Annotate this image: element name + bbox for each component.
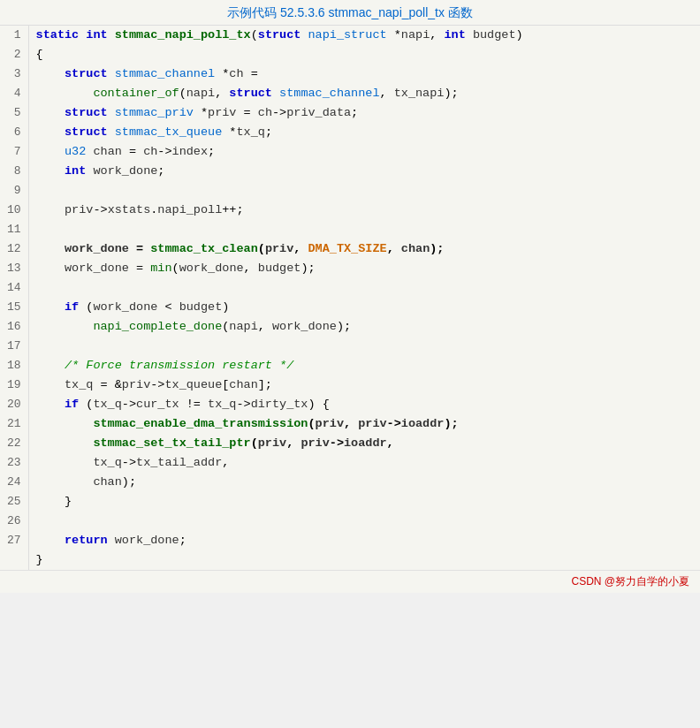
ln-16: 16 (7, 317, 21, 337)
code-line-22: stmmac_set_tx_tail_ptr(priv, priv->ioadd… (36, 434, 693, 453)
ln-23: 23 (7, 453, 21, 473)
code-line-14 (36, 278, 693, 298)
line-numbers: 1 2 3 4 5 6 7 8 9 10 11 12 13 14 15 16 1… (0, 26, 29, 570)
code-line-18: /* Force transmission restart */ (36, 356, 693, 375)
ln-14: 14 (7, 278, 21, 298)
code-line-22b: tx_q->tx_tail_addr, (36, 453, 693, 473)
code-content: static int stmmac_napi_poll_tx(struct na… (29, 26, 700, 570)
ln-2: 2 (7, 45, 21, 64)
code-line-12: work_done = stmmac_tx_clean(priv, DMA_TX… (36, 239, 693, 259)
code-line-2: { (36, 45, 693, 64)
code-line-27: } (36, 550, 693, 570)
ln-21: 21 (7, 414, 21, 434)
code-line-13: work_done = min(work_done, budget); (36, 259, 693, 278)
code-line-9 (36, 181, 693, 201)
ln-7: 7 (7, 142, 21, 162)
code-line-23: chan); (36, 473, 693, 492)
code-line-15: if (work_done < budget) (36, 298, 693, 317)
ln-8: 8 (7, 162, 21, 181)
ln-27: 27 (7, 531, 21, 550)
ln-15: 15 (7, 298, 21, 317)
code-line-3: struct stmmac_channel *ch = (36, 64, 693, 84)
ln-13: 13 (7, 259, 21, 278)
code-line-25 (36, 512, 693, 531)
ln-20: 20 (7, 395, 21, 414)
code-line-16: napi_complete_done(napi, work_done); (36, 317, 693, 337)
ln-9: 9 (7, 181, 21, 201)
ln-22: 22 (7, 434, 21, 453)
ln-24: 24 (7, 473, 21, 492)
code-line-20: if (tx_q->cur_tx != tx_q->dirty_tx) { (36, 395, 693, 414)
code-line-10: priv->xstats.napi_poll++; (36, 201, 693, 220)
ln-5: 5 (7, 103, 21, 123)
main-container: 示例代码 52.5.3.6 stmmac_napi_poll_tx 函数 1 2… (0, 0, 700, 593)
ln-3: 3 (7, 64, 21, 84)
ln-10: 10 (7, 201, 21, 220)
title-text: 示例代码 52.5.3.6 stmmac_napi_poll_tx 函数 (227, 5, 473, 19)
footer: CSDN @努力自学的小夏 (0, 570, 700, 593)
title-bar: 示例代码 52.5.3.6 stmmac_napi_poll_tx 函数 (0, 0, 700, 26)
code-line-11 (36, 220, 693, 239)
code-line-1: static int stmmac_napi_poll_tx(struct na… (36, 26, 693, 45)
code-area: 1 2 3 4 5 6 7 8 9 10 11 12 13 14 15 16 1… (0, 26, 700, 570)
code-line-17 (36, 337, 693, 356)
code-line-24: } (36, 492, 693, 512)
footer-text: CSDN @努力自学的小夏 (571, 575, 689, 588)
code-line-4: container_of(napi, struct stmmac_channel… (36, 84, 693, 103)
ln-4: 4 (7, 84, 21, 103)
ln-1: 1 (7, 26, 21, 45)
code-line-5: struct stmmac_priv *priv = ch->priv_data… (36, 103, 693, 123)
code-line-26: return work_done; (36, 531, 693, 550)
ln-6: 6 (7, 123, 21, 142)
code-line-7: u32 chan = ch->index; (36, 142, 693, 162)
ln-25: 25 (7, 492, 21, 512)
ln-12: 12 (7, 239, 21, 259)
code-line-21: stmmac_enable_dma_transmission(priv, pri… (36, 414, 693, 434)
ln-17: 17 (7, 337, 21, 356)
code-line-6: struct stmmac_tx_queue *tx_q; (36, 123, 693, 142)
code-line-19: tx_q = &priv->tx_queue[chan]; (36, 375, 693, 395)
ln-26: 26 (7, 512, 21, 531)
ln-19: 19 (7, 375, 21, 395)
code-line-8: int work_done; (36, 162, 693, 181)
ln-11: 11 (7, 220, 21, 239)
ln-18: 18 (7, 356, 21, 375)
